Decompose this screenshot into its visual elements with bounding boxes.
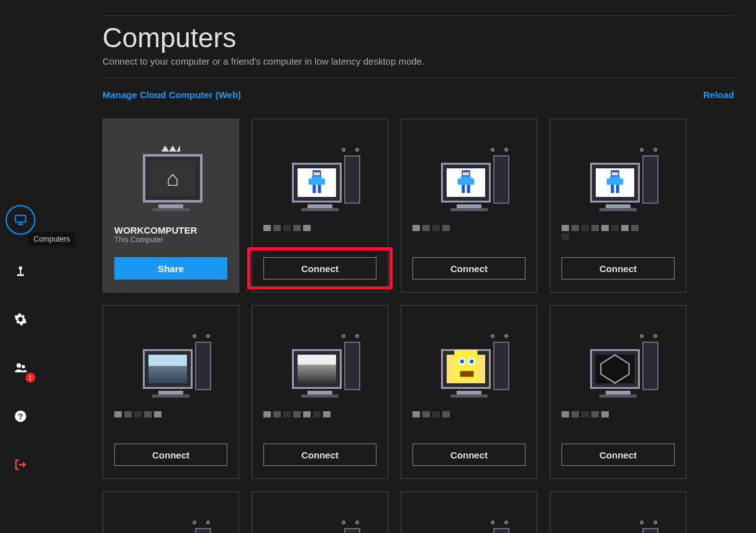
computer-card[interactable]: Connect bbox=[401, 119, 537, 293]
computer-icon: ⌂ bbox=[114, 130, 227, 211]
computer-card[interactable]: ⌂WORKCOMPUTERThis ComputerShare bbox=[102, 119, 239, 293]
computer-card[interactable] bbox=[102, 491, 239, 533]
svg-rect-11 bbox=[312, 176, 322, 184]
svg-rect-36 bbox=[460, 371, 474, 376]
svg-rect-4 bbox=[20, 270, 21, 274]
computer-name-zone bbox=[263, 411, 376, 439]
svg-rect-30 bbox=[612, 172, 618, 175]
computer-card[interactable] bbox=[550, 491, 686, 533]
svg-rect-25 bbox=[610, 176, 621, 184]
svg-rect-0 bbox=[15, 216, 25, 222]
svg-rect-15 bbox=[318, 184, 321, 193]
svg-rect-23 bbox=[463, 172, 469, 175]
computer-card[interactable]: Connect bbox=[401, 305, 537, 479]
computer-name-zone bbox=[562, 411, 675, 439]
svg-rect-18 bbox=[461, 176, 471, 184]
computer-card[interactable]: Connect bbox=[550, 119, 686, 293]
svg-rect-22 bbox=[467, 184, 470, 193]
redacted-name bbox=[263, 411, 344, 432]
connect-button[interactable]: Connect bbox=[263, 257, 376, 280]
redacted-name bbox=[412, 411, 493, 432]
connect-button[interactable]: Connect bbox=[412, 257, 526, 280]
svg-rect-14 bbox=[312, 184, 316, 193]
connect-button[interactable]: Connect bbox=[114, 444, 227, 466]
svg-rect-28 bbox=[611, 184, 614, 193]
svg-marker-37 bbox=[601, 355, 629, 383]
redacted-name bbox=[114, 411, 195, 432]
friends-badge: 1 bbox=[25, 373, 35, 383]
computer-icon bbox=[263, 317, 376, 398]
computer-icon bbox=[263, 503, 376, 533]
manage-cloud-link[interactable]: Manage Cloud Computer (Web) bbox=[102, 89, 241, 100]
nav-arcade[interactable] bbox=[8, 258, 33, 283]
computer-card[interactable]: Connect bbox=[550, 305, 686, 479]
computer-icon bbox=[114, 317, 227, 398]
computer-card[interactable]: Connect bbox=[252, 119, 388, 293]
computer-card[interactable] bbox=[252, 491, 388, 533]
connect-button[interactable]: Connect bbox=[562, 257, 675, 280]
nav-help[interactable]: ? bbox=[8, 404, 33, 429]
svg-rect-13 bbox=[321, 178, 326, 184]
connect-button[interactable]: Connect bbox=[562, 444, 675, 466]
svg-point-3 bbox=[19, 266, 22, 270]
svg-point-34 bbox=[460, 360, 464, 363]
svg-rect-21 bbox=[462, 184, 465, 193]
reload-link[interactable]: Reload bbox=[703, 89, 734, 100]
computer-card[interactable] bbox=[401, 491, 537, 533]
nav-computers[interactable] bbox=[6, 205, 35, 235]
computer-name-zone bbox=[412, 411, 526, 439]
share-button[interactable]: Share bbox=[114, 257, 227, 280]
svg-point-35 bbox=[470, 360, 473, 363]
computer-icon bbox=[562, 317, 675, 398]
redacted-name bbox=[412, 225, 493, 246]
computer-name-zone bbox=[114, 411, 227, 439]
main-content: Computers Connect to your computer or a … bbox=[40, 0, 756, 533]
svg-rect-19 bbox=[458, 178, 462, 184]
computer-card[interactable]: Connect bbox=[252, 305, 388, 479]
page-subtitle: Connect to your computer or a friend's c… bbox=[102, 56, 734, 66]
computer-card[interactable]: Connect bbox=[102, 305, 239, 479]
computer-name-zone bbox=[562, 225, 675, 252]
computer-name-zone bbox=[263, 225, 376, 252]
svg-point-7 bbox=[21, 365, 25, 368]
computer-name: WORKCOMPUTER bbox=[114, 225, 227, 235]
computer-icon bbox=[412, 503, 526, 533]
nav-friends[interactable]: 1 bbox=[8, 355, 33, 380]
svg-point-6 bbox=[16, 363, 20, 368]
computer-name-zone: WORKCOMPUTERThis Computer bbox=[114, 225, 227, 252]
page-title: Computers bbox=[102, 22, 734, 53]
redacted-name bbox=[263, 225, 344, 246]
computers-grid: ⌂WORKCOMPUTERThis ComputerShareConnectCo… bbox=[102, 119, 734, 533]
connect-button[interactable]: Connect bbox=[263, 444, 376, 466]
computer-icon bbox=[412, 130, 526, 211]
connect-button[interactable]: Connect bbox=[412, 444, 526, 466]
computer-subtitle: This Computer bbox=[114, 235, 227, 244]
computer-icon bbox=[412, 317, 526, 398]
redacted-name bbox=[562, 411, 642, 432]
computer-icon bbox=[562, 503, 675, 533]
svg-text:?: ? bbox=[18, 412, 23, 421]
svg-rect-29 bbox=[616, 184, 619, 193]
svg-rect-5 bbox=[17, 275, 24, 276]
computer-icon bbox=[263, 130, 376, 211]
svg-rect-20 bbox=[470, 178, 475, 184]
nav-logout[interactable] bbox=[8, 452, 33, 477]
computer-icon bbox=[562, 130, 675, 211]
sidebar: 1 ? bbox=[0, 0, 40, 533]
nav-settings[interactable] bbox=[8, 307, 33, 332]
svg-rect-12 bbox=[309, 178, 313, 184]
svg-rect-26 bbox=[607, 178, 611, 184]
redacted-name bbox=[562, 225, 642, 246]
computer-name-zone bbox=[412, 225, 526, 252]
svg-rect-16 bbox=[314, 172, 320, 175]
svg-rect-27 bbox=[619, 178, 624, 184]
computer-icon bbox=[114, 503, 227, 533]
